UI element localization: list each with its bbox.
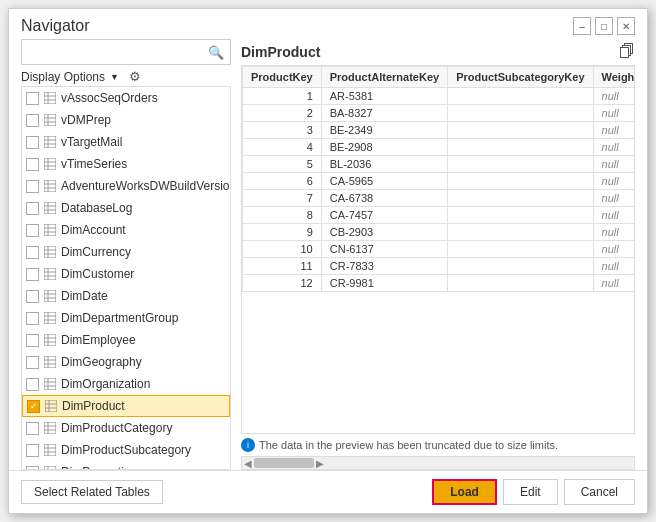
preview-table-container[interactable]: ProductKeyProductAlternateKeyProductSubc… — [241, 65, 635, 434]
list-item-checkbox[interactable] — [26, 268, 39, 281]
cell-product-key: 11 — [243, 258, 322, 275]
table-icon — [43, 421, 57, 435]
select-related-button[interactable]: Select Related Tables — [21, 480, 163, 504]
list-item[interactable]: DimGeography — [22, 351, 230, 373]
table-header: ProductKey — [243, 67, 322, 88]
cell-weight: null — [593, 105, 635, 122]
list-item-checkbox[interactable] — [26, 158, 39, 171]
list-item[interactable]: vAssocSeqOrders — [22, 87, 230, 109]
list-item-checkbox[interactable]: ✓ — [27, 400, 40, 413]
cell-weight: null — [593, 156, 635, 173]
list-item-checkbox[interactable] — [26, 246, 39, 259]
list-item[interactable]: DimProductSubcategory — [22, 439, 230, 461]
refresh-icon[interactable]: 🗍 — [619, 43, 635, 61]
table-icon — [43, 465, 57, 470]
svg-rect-4 — [44, 114, 56, 126]
cell-alternate-key: BE-2349 — [321, 122, 447, 139]
svg-rect-12 — [44, 158, 56, 170]
list-item[interactable]: DimCustomer — [22, 263, 230, 285]
table-icon — [43, 157, 57, 171]
scroll-left-icon[interactable]: ◀ — [244, 458, 252, 469]
list-item[interactable]: vTargetMail — [22, 131, 230, 153]
list-item-checkbox[interactable] — [26, 444, 39, 457]
table-row: 11CR-7833null — [243, 258, 636, 275]
table-row: 3BE-2349null — [243, 122, 636, 139]
list-item[interactable]: DimAccount — [22, 219, 230, 241]
list-item-checkbox[interactable] — [26, 92, 39, 105]
cell-subcategory-key — [448, 139, 593, 156]
cell-alternate-key: BE-2908 — [321, 139, 447, 156]
scroll-right-icon[interactable]: ▶ — [316, 458, 324, 469]
list-item[interactable]: DimEmployee — [22, 329, 230, 351]
action-buttons: Load Edit Cancel — [432, 479, 635, 505]
item-list[interactable]: vAssocSeqOrders vDMPrep vTargetMail vTim… — [21, 86, 231, 470]
table-row: 10CN-6137null — [243, 241, 636, 258]
maximize-button[interactable]: □ — [595, 17, 613, 35]
list-item-label: DatabaseLog — [61, 201, 132, 215]
list-item-checkbox[interactable] — [26, 290, 39, 303]
list-item-checkbox[interactable] — [26, 114, 39, 127]
svg-rect-68 — [44, 466, 56, 470]
list-item-label: AdventureWorksDWBuildVersion — [61, 179, 231, 193]
list-item[interactable]: AdventureWorksDWBuildVersion — [22, 175, 230, 197]
list-item-checkbox[interactable] — [26, 224, 39, 237]
dialog-title: Navigator — [21, 17, 89, 35]
display-options-label: Display Options — [21, 70, 105, 84]
list-item[interactable]: DimDate — [22, 285, 230, 307]
minimize-button[interactable]: – — [573, 17, 591, 35]
list-item[interactable]: DimPromotion — [22, 461, 230, 470]
list-item-checkbox[interactable] — [26, 466, 39, 471]
list-item[interactable]: vTimeSeries — [22, 153, 230, 175]
list-item-label: DimPromotion — [61, 465, 137, 470]
svg-rect-16 — [44, 180, 56, 192]
svg-rect-44 — [44, 334, 56, 346]
close-button[interactable]: ✕ — [617, 17, 635, 35]
list-item-checkbox[interactable] — [26, 378, 39, 391]
list-item[interactable]: DatabaseLog — [22, 197, 230, 219]
table-row: 7CA-6738null — [243, 190, 636, 207]
cancel-button[interactable]: Cancel — [564, 479, 635, 505]
list-item[interactable]: DimDepartmentGroup — [22, 307, 230, 329]
load-button[interactable]: Load — [432, 479, 497, 505]
cell-alternate-key: BL-2036 — [321, 156, 447, 173]
list-item-checkbox[interactable] — [26, 422, 39, 435]
search-input[interactable] — [22, 43, 202, 61]
list-item[interactable]: DimProductCategory — [22, 417, 230, 439]
table-icon — [43, 289, 57, 303]
list-item[interactable]: ✓ DimProduct — [22, 395, 230, 417]
cell-subcategory-key — [448, 258, 593, 275]
svg-rect-28 — [44, 246, 56, 258]
list-item[interactable]: DimCurrency — [22, 241, 230, 263]
list-item-checkbox[interactable] — [26, 202, 39, 215]
scroll-thumb[interactable] — [254, 458, 314, 468]
list-item-label: vTimeSeries — [61, 157, 127, 171]
list-item-label: DimDate — [61, 289, 108, 303]
display-options-row[interactable]: Display Options ▼ ⚙ — [21, 69, 231, 84]
list-item-checkbox[interactable] — [26, 334, 39, 347]
edit-button[interactable]: Edit — [503, 479, 558, 505]
list-item-checkbox[interactable] — [26, 180, 39, 193]
svg-rect-40 — [44, 312, 56, 324]
table-row: 8CA-7457null — [243, 207, 636, 224]
cell-product-key: 10 — [243, 241, 322, 258]
list-item-checkbox[interactable] — [26, 356, 39, 369]
table-icon — [43, 267, 57, 281]
table-icon — [43, 443, 57, 457]
search-button[interactable]: 🔍 — [202, 40, 230, 64]
cell-weight: null — [593, 88, 635, 105]
table-icon — [43, 355, 57, 369]
list-item[interactable]: vDMPrep — [22, 109, 230, 131]
table-icon — [43, 223, 57, 237]
horizontal-scrollbar[interactable]: ◀ ▶ — [241, 456, 635, 470]
table-row: 9CB-2903null — [243, 224, 636, 241]
cell-weight: null — [593, 241, 635, 258]
cell-subcategory-key — [448, 173, 593, 190]
svg-rect-20 — [44, 202, 56, 214]
list-item-checkbox[interactable] — [26, 136, 39, 149]
preview-note-text: The data in the preview has been truncat… — [259, 439, 558, 451]
list-item-label: DimAccount — [61, 223, 126, 237]
info-icon: i — [241, 438, 255, 452]
list-item[interactable]: DimOrganization — [22, 373, 230, 395]
cell-weight: null — [593, 207, 635, 224]
list-item-checkbox[interactable] — [26, 312, 39, 325]
